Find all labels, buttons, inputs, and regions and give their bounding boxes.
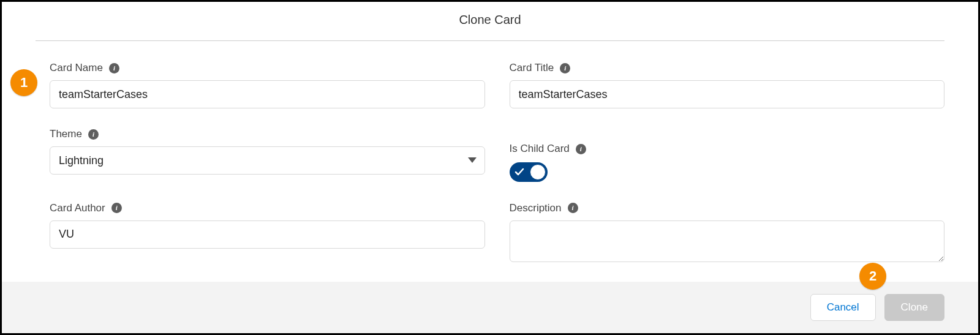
modal-footer: Cancel Clone [2, 282, 978, 333]
card-name-input[interactable] [50, 80, 485, 108]
is-child-card-label: Is Child Card [510, 143, 570, 155]
info-icon[interactable]: i [109, 63, 119, 73]
theme-field: Theme i [50, 128, 485, 175]
card-name-field: Card Name i [50, 62, 485, 108]
modal-title: Clone Card [2, 13, 978, 27]
toggle-knob [530, 164, 546, 180]
annotation-callout-1: 1 [10, 69, 37, 96]
card-name-label: Card Name [50, 62, 103, 74]
description-label: Description [510, 202, 562, 214]
info-icon[interactable]: i [111, 203, 122, 213]
info-icon[interactable]: i [88, 129, 99, 140]
is-child-card-field: Is Child Card i [510, 128, 945, 182]
clone-card-modal: Clone Card Card Name i Card Title i Them… [2, 2, 978, 333]
is-child-card-toggle[interactable] [510, 162, 548, 182]
card-title-input[interactable] [510, 80, 945, 108]
card-title-label: Card Title [510, 62, 554, 74]
info-icon[interactable]: i [576, 144, 586, 154]
theme-label: Theme [50, 128, 82, 140]
field-label-row: Theme i [50, 128, 485, 140]
field-label-row: Card Name i [50, 62, 485, 74]
form-area: Card Name i Card Title i Theme i [2, 41, 978, 282]
card-author-field: Card Author i [50, 202, 485, 249]
info-icon[interactable]: i [568, 203, 578, 213]
card-author-label: Card Author [50, 202, 105, 214]
card-title-field: Card Title i [510, 62, 945, 108]
theme-select-wrapper [50, 146, 485, 175]
annotation-callout-2: 2 [859, 263, 886, 290]
description-textarea[interactable] [510, 220, 945, 262]
cancel-button[interactable]: Cancel [810, 294, 876, 321]
info-icon[interactable]: i [560, 63, 570, 73]
modal-header: Clone Card [2, 2, 978, 40]
field-label-row: Card Title i [510, 62, 945, 74]
description-field: Description i [510, 202, 945, 262]
card-author-input[interactable] [50, 220, 485, 249]
field-label-row: Description i [510, 202, 945, 214]
check-icon [514, 167, 524, 177]
clone-button[interactable]: Clone [884, 294, 944, 321]
field-label-row: Is Child Card i [510, 143, 945, 155]
theme-select[interactable] [50, 146, 485, 175]
field-label-row: Card Author i [50, 202, 485, 214]
